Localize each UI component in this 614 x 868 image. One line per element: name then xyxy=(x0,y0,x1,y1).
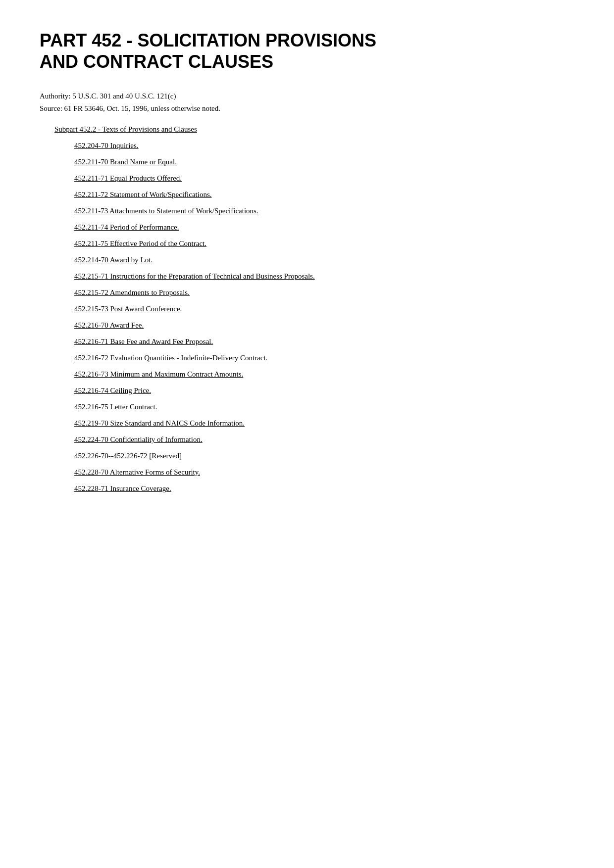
authority-text: Authority: 5 U.S.C. 301 and 40 U.S.C. 12… xyxy=(40,92,574,100)
toc-link-item-9[interactable]: 452.215-71 Instructions for the Preparat… xyxy=(74,272,315,280)
toc-items-list: 452.204-70 Inquiries.452.211-70 Brand Na… xyxy=(74,141,574,494)
list-item: 452.215-72 Amendments to Proposals. xyxy=(74,288,574,298)
toc-link-item-10[interactable]: 452.215-72 Amendments to Proposals. xyxy=(74,289,190,296)
list-item: 452.226-70--452.226-72 [Reserved] xyxy=(74,451,574,461)
list-item: 452.216-74 Ceiling Price. xyxy=(74,386,574,396)
subpart-link[interactable]: Subpart 452.2 - Texts of Provisions and … xyxy=(54,125,197,133)
toc-link-item-2[interactable]: 452.211-70 Brand Name or Equal. xyxy=(74,158,177,166)
list-item: 452.215-73 Post Award Conference. xyxy=(74,304,574,314)
toc-subpart[interactable]: Subpart 452.2 - Texts of Provisions and … xyxy=(54,125,574,134)
list-item: 452.216-72 Evaluation Quantities - Indef… xyxy=(74,353,574,363)
list-item: 452.211-72 Statement of Work/Specificati… xyxy=(74,190,574,200)
list-item: 452.211-70 Brand Name or Equal. xyxy=(74,157,574,167)
list-item: 452.224-70 Confidentiality of Informatio… xyxy=(74,434,574,445)
toc-link-item-11[interactable]: 452.215-73 Post Award Conference. xyxy=(74,305,182,313)
list-item: 452.219-70 Size Standard and NAICS Code … xyxy=(74,418,574,429)
list-item: 452.216-70 Award Fee. xyxy=(74,320,574,331)
list-item: 452.211-71 Equal Products Offered. xyxy=(74,173,574,184)
source-text: Source: 61 FR 53646, Oct. 15, 1996, unle… xyxy=(40,104,574,113)
toc-link-item-1[interactable]: 452.204-70 Inquiries. xyxy=(74,142,139,149)
list-item: 452.211-75 Effective Period of the Contr… xyxy=(74,239,574,249)
page-title: PART 452 - SOLICITATION PROVISIONS AND C… xyxy=(40,30,574,72)
list-item: 452.211-73 Attachments to Statement of W… xyxy=(74,206,574,216)
toc-link-item-3[interactable]: 452.211-71 Equal Products Offered. xyxy=(74,174,182,182)
list-item: 452.211-74 Period of Performance. xyxy=(74,222,574,233)
list-item: 452.215-71 Instructions for the Preparat… xyxy=(74,271,574,282)
list-item: 452.228-71 Insurance Coverage. xyxy=(74,483,574,494)
toc-link-item-22[interactable]: 452.228-71 Insurance Coverage. xyxy=(74,484,171,492)
toc-link-item-6[interactable]: 452.211-74 Period of Performance. xyxy=(74,223,179,231)
toc-link-item-7[interactable]: 452.211-75 Effective Period of the Contr… xyxy=(74,240,206,247)
toc-link-item-4[interactable]: 452.211-72 Statement of Work/Specificati… xyxy=(74,191,212,198)
list-item: 452.216-75 Letter Contract. xyxy=(74,402,574,412)
toc-link-item-20[interactable]: 452.226-70--452.226-72 [Reserved] xyxy=(74,452,182,460)
toc-link-item-13[interactable]: 452.216-71 Base Fee and Award Fee Propos… xyxy=(74,338,213,345)
table-of-contents: Subpart 452.2 - Texts of Provisions and … xyxy=(54,125,574,494)
toc-link-item-12[interactable]: 452.216-70 Award Fee. xyxy=(74,321,144,329)
toc-link-item-18[interactable]: 452.219-70 Size Standard and NAICS Code … xyxy=(74,419,245,427)
toc-link-item-19[interactable]: 452.224-70 Confidentiality of Informatio… xyxy=(74,435,203,443)
toc-link-item-8[interactable]: 452.214-70 Award by Lot. xyxy=(74,256,153,264)
list-item: 452.228-70 Alternative Forms of Security… xyxy=(74,467,574,478)
list-item: 452.214-70 Award by Lot. xyxy=(74,255,574,265)
list-item: 452.216-73 Minimum and Maximum Contract … xyxy=(74,369,574,380)
toc-link-item-17[interactable]: 452.216-75 Letter Contract. xyxy=(74,403,157,411)
toc-link-item-16[interactable]: 452.216-74 Ceiling Price. xyxy=(74,386,151,394)
toc-link-item-15[interactable]: 452.216-73 Minimum and Maximum Contract … xyxy=(74,370,243,378)
toc-link-item-21[interactable]: 452.228-70 Alternative Forms of Security… xyxy=(74,468,200,476)
list-item: 452.204-70 Inquiries. xyxy=(74,141,574,151)
list-item: 452.216-71 Base Fee and Award Fee Propos… xyxy=(74,337,574,347)
toc-link-item-5[interactable]: 452.211-73 Attachments to Statement of W… xyxy=(74,207,258,215)
toc-link-item-14[interactable]: 452.216-72 Evaluation Quantities - Indef… xyxy=(74,354,267,362)
